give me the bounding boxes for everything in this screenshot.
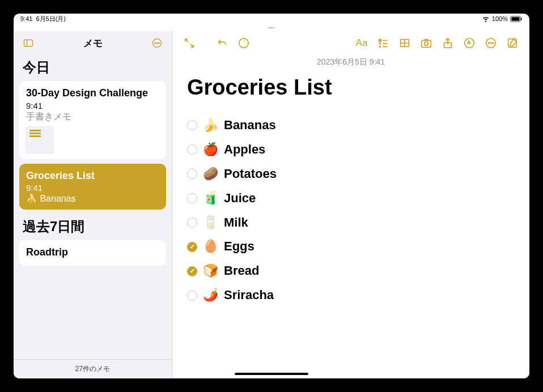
svg-point-9 [239, 39, 249, 48]
note-title[interactable]: Groceries List [187, 75, 515, 100]
note-thumbnail [26, 126, 53, 154]
battery-icon [510, 16, 523, 22]
item-label: Milk [224, 211, 248, 235]
svg-rect-2 [521, 18, 522, 20]
svg-point-20 [425, 42, 428, 45]
compose-button[interactable] [502, 34, 523, 52]
item-emoji: 🥛 [203, 211, 218, 235]
check-circle[interactable] [187, 218, 197, 228]
table-button[interactable] [394, 34, 415, 52]
check-circle[interactable] [187, 169, 197, 179]
sidebar: メモ 今日30-Day Design Challenge9:41手書きメモGro… [14, 31, 172, 378]
checklist-item[interactable]: 🥚Eggs [187, 235, 515, 259]
status-right: 100% [482, 15, 523, 23]
check-circle[interactable] [187, 291, 197, 301]
wifi-icon [482, 15, 490, 23]
note-item[interactable]: Roadtrip [19, 240, 166, 266]
item-emoji: 🍞 [203, 259, 218, 283]
svg-rect-1 [511, 17, 519, 20]
check-circle[interactable] [187, 266, 197, 276]
checklist-item[interactable]: 🍎Apples [187, 138, 515, 162]
checklist-button[interactable] [373, 34, 393, 52]
undo-button[interactable] [212, 34, 232, 52]
svg-point-25 [490, 42, 491, 44]
item-emoji: 🌶️ [203, 283, 218, 308]
check-circle[interactable] [187, 120, 197, 130]
section-header: 過去7日間 [19, 214, 166, 240]
item-emoji: 🧃 [203, 186, 218, 211]
sidebar-toolbar: メモ [14, 31, 172, 55]
svg-point-7 [156, 42, 158, 44]
status-time: 9:41 [20, 15, 32, 22]
text-style-button[interactable]: Aa [351, 34, 372, 52]
note-item[interactable]: 30-Day Design Challenge9:41手書きメモ [19, 81, 166, 159]
ipad-frame: 9:41 6月5日(月) 100% ••• [0, 0, 543, 392]
svg-point-24 [488, 42, 489, 44]
item-label: Potatoes [224, 162, 277, 186]
note-item-title: Roadtrip [26, 246, 159, 259]
note-item[interactable]: Groceries List9:41🍌 Bananas [19, 164, 166, 210]
multitask-indicator[interactable]: ••• [14, 24, 529, 31]
checklist-item[interactable]: 🥛Milk [187, 211, 515, 235]
check-circle[interactable] [187, 193, 197, 203]
check-circle[interactable] [187, 242, 197, 252]
note-item-time: 9:41 [26, 101, 159, 110]
note-item-title: Groceries List [26, 169, 159, 182]
checklist-item[interactable]: 🥔Potatoes [187, 162, 515, 186]
checklist-item[interactable]: 🍌Bananas [187, 113, 515, 138]
svg-rect-3 [24, 40, 33, 46]
expand-button[interactable] [179, 34, 200, 52]
note-item-title: 30-Day Design Challenge [26, 87, 159, 100]
item-emoji: 🍌 [203, 113, 218, 138]
redo-button[interactable] [234, 34, 254, 52]
home-indicator[interactable] [235, 373, 308, 375]
note-item-subtitle: 🍌 Bananas [26, 193, 159, 204]
svg-point-6 [155, 42, 156, 44]
more-button[interactable] [481, 34, 501, 52]
camera-button[interactable] [416, 34, 436, 52]
battery-percent: 100% [492, 15, 508, 22]
status-date: 6月5日(月) [36, 15, 66, 23]
status-left: 9:41 6月5日(月) [20, 15, 66, 23]
checklist: 🍌Bananas🍎Apples🥔Potatoes🧃Juice🥛Milk🥚Eggs… [187, 113, 515, 308]
item-label: Sriracha [224, 283, 274, 308]
item-label: Eggs [224, 235, 254, 259]
item-emoji: 🥚 [203, 235, 218, 259]
sidebar-sections[interactable]: 今日30-Day Design Challenge9:41手書きメモGrocer… [14, 55, 172, 359]
note-item-subtitle: 手書きメモ [26, 111, 159, 123]
checklist-item[interactable]: 🌶️Sriracha [187, 283, 515, 308]
item-emoji: 🥔 [203, 162, 218, 186]
item-emoji: 🍎 [203, 138, 218, 162]
note-item-time: 9:41 [26, 183, 159, 193]
main-content: メモ 今日30-Day Design Challenge9:41手書きメモGro… [14, 31, 529, 378]
section-header: 今日 [19, 55, 166, 81]
item-label: Bananas [224, 113, 276, 138]
screen: 9:41 6月5日(月) 100% ••• [14, 14, 529, 378]
status-bar: 9:41 6月5日(月) 100% [14, 14, 529, 24]
editor: Aa [172, 31, 529, 378]
check-circle[interactable] [187, 144, 197, 155]
checklist-item[interactable]: 🍞Bread [187, 259, 515, 283]
text-style-label: Aa [356, 37, 368, 49]
editor-date: 2023年6月5日 9:41 [172, 55, 529, 70]
sidebar-footer: 27件のメモ [14, 359, 172, 378]
item-label: Bread [224, 259, 259, 283]
svg-point-14 [380, 43, 381, 44]
editor-toolbar: Aa [172, 31, 529, 55]
svg-point-26 [493, 42, 494, 44]
item-label: Juice [224, 186, 256, 211]
checklist-item[interactable]: 🧃Juice [187, 186, 515, 211]
markup-button[interactable] [459, 34, 480, 52]
more-options-button[interactable] [149, 35, 165, 51]
sidebar-title: メモ [36, 37, 149, 50]
sidebar-toggle-button[interactable] [20, 35, 36, 51]
svg-point-8 [159, 42, 160, 44]
item-label: Apples [224, 138, 265, 162]
svg-point-15 [380, 46, 381, 48]
editor-body[interactable]: Groceries List 🍌Bananas🍎Apples🥔Potatoes🧃… [172, 70, 529, 378]
share-button[interactable] [438, 34, 458, 52]
